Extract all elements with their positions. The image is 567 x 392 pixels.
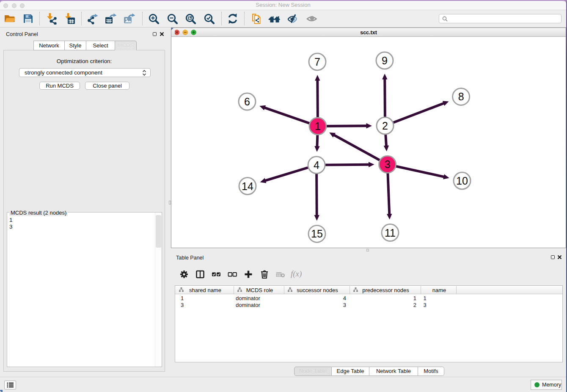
svg-text:10: 10 bbox=[456, 175, 468, 187]
svg-text:3: 3 bbox=[385, 158, 391, 170]
svg-text:6: 6 bbox=[244, 96, 250, 108]
svg-text:9: 9 bbox=[382, 55, 388, 66]
svg-text:2: 2 bbox=[382, 120, 388, 132]
svg-text:7: 7 bbox=[314, 56, 320, 68]
svg-text:14: 14 bbox=[242, 180, 253, 192]
svg-text:15: 15 bbox=[311, 228, 323, 240]
svg-text:1: 1 bbox=[315, 120, 321, 132]
svg-text:11: 11 bbox=[385, 227, 396, 239]
svg-text:8: 8 bbox=[458, 91, 464, 102]
svg-text:4: 4 bbox=[314, 159, 319, 171]
